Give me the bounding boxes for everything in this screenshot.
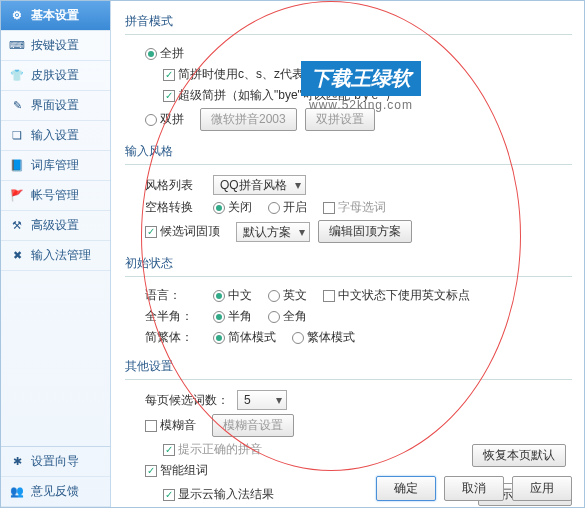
sidebar-item-label: 皮肤设置	[31, 67, 79, 84]
apply-button[interactable]: 应用	[512, 476, 572, 501]
cancel-button[interactable]: 取消	[444, 476, 504, 501]
sidebar-item-label: 词库管理	[31, 157, 79, 174]
main-panel: 下载王绿软 www.52king.com 拼音模式 全拼 简拼时使用c、s、z代…	[111, 1, 584, 507]
select-per-page[interactable]: 5	[237, 390, 287, 410]
label-per-page: 每页候选词数：	[145, 392, 229, 409]
label-width: 全半角：	[145, 308, 205, 325]
sidebar-item-account[interactable]: 🚩帐号管理	[1, 181, 110, 211]
sidebar-item-label: 按键设置	[31, 37, 79, 54]
section-title-init: 初始状态	[125, 255, 572, 272]
radio-shuangpin[interactable]: 双拼	[145, 111, 184, 128]
select-style[interactable]: QQ拼音风格	[213, 175, 306, 195]
keyboard-icon: ⌨	[9, 38, 25, 54]
sidebar-item-advanced[interactable]: ⚒高级设置	[1, 211, 110, 241]
radio-trad[interactable]: 繁体模式	[292, 329, 355, 346]
book-icon: 📘	[9, 158, 25, 174]
check-letter[interactable]: 字母选词	[323, 199, 386, 216]
section-title-style: 输入风格	[125, 143, 572, 160]
check-smart[interactable]: 智能组词	[145, 462, 208, 479]
sidebar-item-wizard[interactable]: ✱设置向导	[1, 447, 110, 477]
sidebar-item-label: 输入法管理	[31, 247, 91, 264]
fuzzy-settings-button[interactable]: 模糊音设置	[212, 414, 294, 437]
sidebar-item-label: 帐号管理	[31, 187, 79, 204]
radio-lang-zh[interactable]: 中文	[213, 287, 252, 304]
label-lang: 语言：	[145, 287, 205, 304]
sidebar-item-label: 界面设置	[31, 97, 79, 114]
check-fix-top[interactable]: 候选词固顶	[145, 223, 220, 240]
section-title-pinyin: 拼音模式	[125, 13, 572, 30]
radio-half[interactable]: 半角	[213, 308, 252, 325]
section-title-other: 其他设置	[125, 358, 572, 375]
footer-buttons: 确定 取消 应用	[376, 476, 572, 501]
radio-full[interactable]: 全角	[268, 308, 307, 325]
shuangpin-settings-button[interactable]: 双拼设置	[305, 108, 375, 131]
sidebar-item-label: 输入设置	[31, 127, 79, 144]
edit-fix-button[interactable]: 编辑固顶方案	[318, 220, 412, 243]
check-jianpin[interactable]: 简拼时使用c、s、z代表ch、sh、zh	[163, 66, 366, 83]
flag-icon: 🚩	[9, 188, 25, 204]
sparkle-icon: ✱	[9, 454, 25, 470]
label-style-list: 风格列表	[145, 177, 205, 194]
radio-quanpin[interactable]: 全拼	[145, 45, 184, 62]
radio-space-open[interactable]: 开启	[268, 199, 307, 216]
sidebar-item-label: 意见反馈	[31, 483, 79, 500]
people-icon: 👥	[9, 484, 25, 500]
check-chaoji[interactable]: 超级简拼（如输入"bye"可以匹配"b'y'e'"）	[163, 87, 397, 104]
sidebar-item-basic[interactable]: ⚙基本设置	[1, 1, 110, 31]
label-space: 空格转换	[145, 199, 205, 216]
select-fix-scheme[interactable]: 默认方案	[236, 222, 310, 242]
sidebar-item-input[interactable]: ❏输入设置	[1, 121, 110, 151]
label-trad: 简繁体：	[145, 329, 205, 346]
tools-icon: ⚒	[9, 218, 25, 234]
radio-space-close[interactable]: 关闭	[213, 199, 252, 216]
shuangpin-scheme-button[interactable]: 微软拼音2003	[200, 108, 297, 131]
shirt-icon: 👕	[9, 68, 25, 84]
sidebar-item-ime[interactable]: ✖输入法管理	[1, 241, 110, 271]
sidebar-item-label: 基本设置	[31, 7, 79, 24]
ok-button[interactable]: 确定	[376, 476, 436, 501]
sidebar-item-feedback[interactable]: 👥意见反馈	[1, 477, 110, 507]
close-icon: ✖	[9, 248, 25, 264]
sidebar-item-ui[interactable]: ✎界面设置	[1, 91, 110, 121]
pencil-icon: ✎	[9, 98, 25, 114]
check-hint[interactable]: 提示正确的拼音	[163, 441, 262, 458]
radio-simp[interactable]: 简体模式	[213, 329, 276, 346]
sidebar-item-skin[interactable]: 👕皮肤设置	[1, 61, 110, 91]
check-en-punct[interactable]: 中文状态下使用英文标点	[323, 287, 470, 304]
restore-defaults-button[interactable]: 恢复本页默认	[472, 444, 566, 467]
window-icon: ❏	[9, 128, 25, 144]
radio-lang-en[interactable]: 英文	[268, 287, 307, 304]
sidebar-item-keys[interactable]: ⌨按键设置	[1, 31, 110, 61]
sidebar-item-label: 设置向导	[31, 453, 79, 470]
check-fuzzy[interactable]: 模糊音	[145, 417, 196, 434]
sidebar: ⚙基本设置 ⌨按键设置 👕皮肤设置 ✎界面设置 ❏输入设置 📘词库管理 🚩帐号管…	[1, 1, 111, 507]
sidebar-item-dict[interactable]: 📘词库管理	[1, 151, 110, 181]
check-cloud[interactable]: 显示云输入法结果	[163, 486, 274, 503]
sidebar-item-label: 高级设置	[31, 217, 79, 234]
gear-icon: ⚙	[9, 8, 25, 24]
